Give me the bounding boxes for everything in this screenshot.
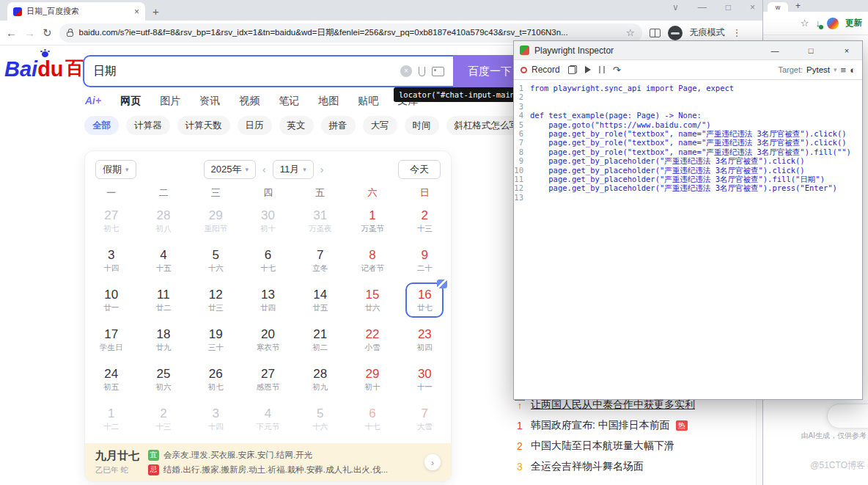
calendar-day[interactable]: 11廿二 <box>137 280 189 320</box>
almanac-more-button[interactable]: › <box>424 454 441 470</box>
split-view-icon[interactable] <box>650 29 661 37</box>
calendar-day[interactable]: 25初六 <box>137 360 189 399</box>
step-over-icon[interactable]: ↷ <box>613 65 621 75</box>
month-select[interactable]: 11月 ▾ <box>273 160 314 179</box>
calendar-day[interactable]: 3十四 <box>85 241 137 280</box>
calendar-day[interactable]: 3十四 <box>190 399 242 439</box>
calendar-day[interactable]: 28初九 <box>294 360 346 399</box>
image-search-icon[interactable] <box>432 67 444 76</box>
today-button[interactable]: 今天 <box>398 160 441 179</box>
nav-tab-6[interactable]: 笔记 <box>279 95 299 108</box>
calendar-day[interactable]: 7立冬 <box>294 241 346 280</box>
hot-list-item[interactable]: 1韩国政府宣布: 中国排日本前面热 <box>515 419 757 432</box>
bookmark-star-icon[interactable]: ☆ <box>626 27 635 38</box>
url-bar[interactable]: baidu.com/s?ie=utf-8&f=8&rsv_bp=1&rsv_id… <box>59 23 642 43</box>
hot-list-item[interactable]: 2中国大陆至日本航班量大幅下滑 <box>515 440 757 453</box>
calendar-day[interactable]: 6十七 <box>346 399 398 439</box>
calendar-day[interactable]: 9二十 <box>399 241 451 280</box>
calendar-day[interactable]: 28初八 <box>137 201 189 241</box>
year-select[interactable]: 2025年 ▾ <box>204 160 256 179</box>
nav-tab-1[interactable]: Ai+ <box>85 95 101 108</box>
calendar-day[interactable]: 7大雪 <box>399 399 451 439</box>
calendar-day[interactable]: 26初七 <box>190 360 242 399</box>
tab-search-icon[interactable]: ∨ <box>672 2 679 12</box>
calendar-day[interactable]: 23初四 <box>399 320 451 360</box>
filter-chip[interactable]: 拼音 <box>321 116 356 135</box>
calendar-day[interactable]: 27感恩节 <box>242 360 294 399</box>
pause-icon[interactable] <box>599 66 605 73</box>
calendar-day[interactable]: 12廿三 <box>190 280 242 320</box>
calendar-day[interactable]: 29初十 <box>346 360 398 399</box>
search-input[interactable]: 日期 × <box>83 55 453 87</box>
filter-chip[interactable]: 全部 <box>84 116 119 135</box>
maximize-button[interactable]: □ <box>795 41 826 60</box>
calendar-day[interactable]: 20寒衣节 <box>242 320 294 360</box>
calendar-day[interactable]: 8记者节 <box>346 241 398 280</box>
new-tab-icon[interactable]: + <box>795 1 801 11</box>
browser-tab[interactable]: 日期_百度搜索 × <box>7 2 145 21</box>
calendar-day[interactable]: 30初十 <box>242 201 294 241</box>
calendar-day[interactable]: 10廿一 <box>85 280 137 320</box>
forward-icon[interactable]: → <box>24 27 35 38</box>
nav-tab-8[interactable]: 贴吧 <box>358 95 378 108</box>
calendar-day[interactable]: 22小雪 <box>346 320 398 360</box>
calendar-day[interactable]: 5十六 <box>294 399 346 439</box>
close-button[interactable]: × <box>750 2 755 12</box>
back-icon[interactable]: ← <box>6 27 17 38</box>
calendar-day[interactable]: 19三十 <box>190 320 242 360</box>
calendar-day[interactable]: 16廿七 <box>399 280 451 320</box>
download-icon[interactable]: ↓ <box>816 18 821 28</box>
nav-tab-5[interactable]: 视频 <box>239 95 260 108</box>
calendar-day[interactable]: 4十五 <box>137 241 189 280</box>
calendar-day[interactable]: 2十三 <box>137 399 189 439</box>
close-button[interactable]: × <box>831 41 862 60</box>
calendar-day[interactable]: 13廿四 <box>242 280 294 320</box>
minimize-button[interactable]: — <box>760 41 790 60</box>
update-button[interactable]: 更新 <box>845 18 862 29</box>
reload-icon[interactable]: ↻ <box>43 27 52 38</box>
calendar-day[interactable]: 18廿九 <box>137 320 189 360</box>
calendar-day[interactable]: 27初七 <box>85 201 137 241</box>
calendar-day[interactable]: 2十三 <box>399 201 451 241</box>
hot-list-item[interactable]: ↑让两国人民从中泰合作中获更多实利 <box>515 398 757 412</box>
bookmark-star-icon[interactable]: ☆ <box>801 18 809 28</box>
nav-tab-2[interactable]: 网页 <box>120 95 141 108</box>
prev-month-button[interactable]: ‹ <box>262 164 266 175</box>
hot-list-item[interactable]: 3全运会吉祥物斗舞名场面 <box>515 460 757 473</box>
calendar-day[interactable]: 29重阳节 <box>190 201 242 241</box>
calendar-day[interactable]: 15廿六 <box>346 280 398 320</box>
attachment-icon[interactable] <box>419 67 425 76</box>
theme-toggle-icon[interactable]: ◐ <box>850 65 856 75</box>
background-tab[interactable]: w <box>768 2 788 12</box>
copy-icon[interactable] <box>568 65 577 74</box>
filter-chip[interactable]: 日历 <box>238 116 272 135</box>
incognito-avatar[interactable] <box>668 26 683 40</box>
calendar-day[interactable]: 21初二 <box>294 320 346 360</box>
record-icon[interactable] <box>521 67 527 73</box>
target-select[interactable]: Target: Pytest ▾ ≡ ◐ <box>778 65 856 75</box>
minimize-button[interactable]: — <box>698 2 707 12</box>
resume-icon[interactable] <box>585 66 591 73</box>
maximize-button[interactable]: □ <box>726 2 731 12</box>
calendar-day[interactable]: 4下元节 <box>242 399 294 439</box>
calendar-day[interactable]: 31万圣夜 <box>294 201 346 241</box>
nav-tab-3[interactable]: 图片 <box>160 95 180 108</box>
calendar-day[interactable]: 6十七 <box>242 241 294 280</box>
next-month-button[interactable]: › <box>320 164 324 175</box>
filter-chip[interactable]: 时间 <box>405 116 439 135</box>
clear-icon[interactable]: × <box>400 65 412 77</box>
hamburger-icon[interactable]: ≡ <box>841 65 847 75</box>
record-label[interactable]: Record <box>532 65 560 75</box>
calendar-day[interactable]: 5十六 <box>190 241 242 280</box>
calendar-day[interactable]: 1万圣节 <box>346 201 398 241</box>
calendar-day[interactable]: 14廿五 <box>294 280 346 320</box>
calendar-day[interactable]: 17学生日 <box>85 320 137 360</box>
filter-chip[interactable]: 大写 <box>363 116 397 135</box>
nav-tab-7[interactable]: 地图 <box>318 95 339 108</box>
menu-icon[interactable]: ⋮ <box>732 27 742 38</box>
filter-chip[interactable]: 计算天数 <box>177 116 230 135</box>
filter-chip[interactable]: 英文 <box>279 116 314 135</box>
calendar-day[interactable]: 24初五 <box>85 360 137 399</box>
floating-card-fragment[interactable] <box>827 404 868 429</box>
calendar-day[interactable]: 1十二 <box>85 399 137 439</box>
